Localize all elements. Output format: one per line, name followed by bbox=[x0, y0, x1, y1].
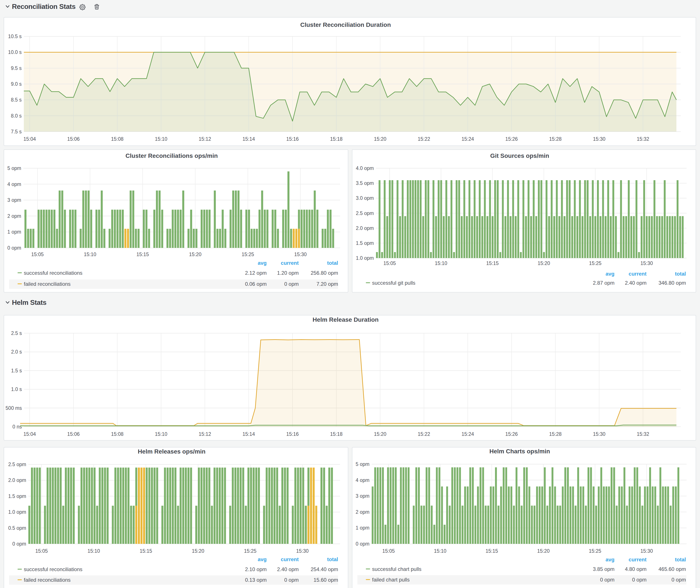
svg-text:total: total bbox=[675, 557, 686, 562]
svg-text:15:22: 15:22 bbox=[418, 431, 430, 437]
svg-text:1 opm: 1 opm bbox=[7, 229, 21, 235]
svg-text:4 opm: 4 opm bbox=[7, 181, 21, 187]
svg-text:0 opm: 0 opm bbox=[632, 577, 647, 583]
svg-text:0.06 opm: 0.06 opm bbox=[245, 281, 267, 287]
svg-text:15:32: 15:32 bbox=[637, 136, 649, 142]
svg-text:0.13 opm: 0.13 opm bbox=[245, 577, 267, 583]
svg-text:3 opm: 3 opm bbox=[7, 197, 21, 203]
svg-text:15:30: 15:30 bbox=[593, 431, 605, 437]
svg-text:2 opm: 2 opm bbox=[7, 213, 21, 219]
svg-text:15:12: 15:12 bbox=[199, 431, 211, 437]
svg-text:Helm Releases ops/min: Helm Releases ops/min bbox=[138, 448, 206, 455]
svg-text:3.85 opm: 3.85 opm bbox=[593, 566, 615, 572]
svg-text:15:08: 15:08 bbox=[111, 136, 124, 142]
svg-text:failed reconciliations: failed reconciliations bbox=[24, 577, 71, 583]
svg-text:1.0 s: 1.0 s bbox=[11, 386, 22, 392]
svg-text:1.20 opm: 1.20 opm bbox=[277, 270, 299, 276]
svg-text:3.0 opm: 3.0 opm bbox=[356, 195, 374, 201]
svg-text:15.60 opm: 15.60 opm bbox=[314, 577, 338, 583]
svg-text:0 opm: 0 opm bbox=[7, 245, 21, 251]
svg-text:15:25: 15:25 bbox=[589, 548, 601, 554]
svg-text:15:15: 15:15 bbox=[140, 548, 152, 554]
svg-text:15:06: 15:06 bbox=[67, 431, 80, 437]
svg-text:2 opm: 2 opm bbox=[356, 509, 369, 515]
svg-text:current: current bbox=[629, 557, 647, 562]
svg-text:15:25: 15:25 bbox=[589, 260, 602, 266]
svg-text:15:30: 15:30 bbox=[640, 548, 653, 554]
svg-text:15:05: 15:05 bbox=[383, 260, 396, 266]
svg-text:15:24: 15:24 bbox=[461, 431, 474, 437]
svg-text:2.40 opm: 2.40 opm bbox=[625, 280, 647, 286]
svg-text:15:28: 15:28 bbox=[549, 431, 562, 437]
svg-text:current: current bbox=[629, 271, 647, 277]
svg-text:3.5 opm: 3.5 opm bbox=[356, 180, 374, 186]
svg-text:7.20 opm: 7.20 opm bbox=[316, 281, 338, 287]
svg-text:5 opm: 5 opm bbox=[356, 461, 369, 467]
svg-text:15:30: 15:30 bbox=[640, 260, 653, 266]
svg-text:15:32: 15:32 bbox=[637, 431, 649, 437]
svg-text:15:05: 15:05 bbox=[35, 548, 48, 554]
svg-text:2.10 opm: 2.10 opm bbox=[245, 566, 267, 572]
svg-text:15:10: 15:10 bbox=[87, 548, 100, 554]
svg-text:15:30: 15:30 bbox=[296, 548, 309, 554]
svg-text:15:20: 15:20 bbox=[189, 252, 202, 257]
svg-text:15:24: 15:24 bbox=[461, 136, 474, 142]
svg-text:1.5 opm: 1.5 opm bbox=[356, 240, 374, 246]
svg-text:avg: avg bbox=[606, 557, 615, 562]
svg-text:Git Sources ops/min: Git Sources ops/min bbox=[490, 152, 549, 159]
svg-text:15:10: 15:10 bbox=[435, 260, 447, 266]
svg-text:15:16: 15:16 bbox=[286, 431, 299, 437]
svg-text:4.0 opm: 4.0 opm bbox=[356, 165, 374, 171]
svg-text:Helm Charts ops/min: Helm Charts ops/min bbox=[489, 448, 550, 455]
svg-text:15:15: 15:15 bbox=[136, 252, 149, 257]
svg-text:15:05: 15:05 bbox=[31, 252, 44, 257]
svg-text:current: current bbox=[281, 556, 299, 562]
svg-text:2.40 opm: 2.40 opm bbox=[277, 566, 299, 572]
svg-text:15:08: 15:08 bbox=[111, 431, 124, 437]
svg-text:15:16: 15:16 bbox=[286, 136, 299, 142]
svg-text:1.5 opm: 1.5 opm bbox=[8, 493, 26, 499]
svg-text:500 ms: 500 ms bbox=[6, 405, 22, 411]
svg-text:15:22: 15:22 bbox=[418, 136, 430, 142]
svg-text:15:20: 15:20 bbox=[374, 136, 386, 142]
svg-text:10.0 s: 10.0 s bbox=[8, 49, 22, 55]
svg-text:15:25: 15:25 bbox=[242, 252, 254, 257]
svg-text:9.0 s: 9.0 s bbox=[11, 81, 22, 87]
svg-text:15:25: 15:25 bbox=[244, 548, 256, 554]
svg-text:1.5 s: 1.5 s bbox=[11, 368, 22, 373]
svg-text:10.5 s: 10.5 s bbox=[8, 34, 22, 39]
svg-text:15:04: 15:04 bbox=[23, 431, 36, 437]
svg-text:2.0 opm: 2.0 opm bbox=[8, 477, 26, 483]
svg-text:Cluster Reconciliations ops/mi: Cluster Reconciliations ops/min bbox=[126, 152, 218, 159]
svg-text:current: current bbox=[281, 260, 299, 266]
svg-text:15:14: 15:14 bbox=[242, 431, 255, 437]
svg-text:1.0 opm: 1.0 opm bbox=[356, 255, 374, 261]
svg-text:15:06: 15:06 bbox=[67, 136, 80, 142]
svg-text:2.5 opm: 2.5 opm bbox=[356, 210, 374, 216]
svg-text:2.5 opm: 2.5 opm bbox=[8, 462, 26, 467]
svg-text:254.40 opm: 254.40 opm bbox=[311, 566, 338, 572]
svg-text:successful git pulls: successful git pulls bbox=[372, 280, 415, 286]
svg-text:15:26: 15:26 bbox=[505, 431, 518, 437]
svg-text:2.0 s: 2.0 s bbox=[11, 349, 22, 355]
svg-text:avg: avg bbox=[258, 556, 267, 562]
svg-text:15:14: 15:14 bbox=[242, 136, 255, 142]
svg-text:0 opm: 0 opm bbox=[284, 577, 299, 583]
svg-text:15:12: 15:12 bbox=[199, 136, 211, 142]
svg-text:Cluster Reconciliation Duratio: Cluster Reconciliation Duration bbox=[300, 21, 391, 28]
svg-text:avg: avg bbox=[606, 271, 615, 277]
svg-text:1 opm: 1 opm bbox=[356, 525, 369, 531]
svg-text:15:18: 15:18 bbox=[330, 431, 343, 437]
svg-text:15:10: 15:10 bbox=[434, 548, 447, 554]
svg-text:346.80 opm: 346.80 opm bbox=[658, 280, 686, 286]
svg-text:15:28: 15:28 bbox=[549, 136, 562, 142]
svg-text:15:04: 15:04 bbox=[23, 136, 36, 142]
svg-text:15:20: 15:20 bbox=[538, 260, 550, 266]
svg-text:15:10: 15:10 bbox=[155, 136, 167, 142]
svg-text:9.5 s: 9.5 s bbox=[11, 65, 22, 71]
svg-text:15:15: 15:15 bbox=[486, 260, 499, 266]
svg-text:15:05: 15:05 bbox=[382, 548, 395, 554]
svg-text:2.87 opm: 2.87 opm bbox=[593, 280, 615, 286]
svg-text:4 opm: 4 opm bbox=[356, 477, 369, 483]
svg-text:3 opm: 3 opm bbox=[356, 493, 369, 499]
